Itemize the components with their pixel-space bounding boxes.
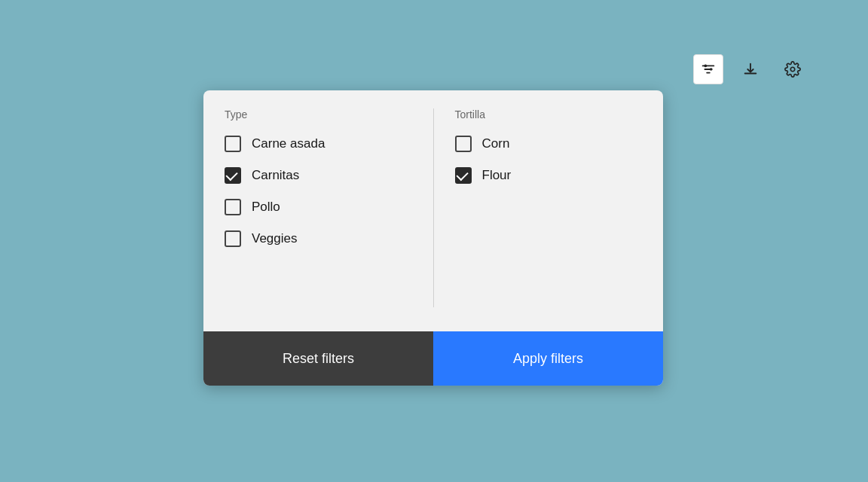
- reset-filters-button[interactable]: Reset filters: [203, 331, 433, 386]
- label-veggies: Veggies: [252, 231, 298, 246]
- tortilla-column-label: Tortilla: [455, 108, 643, 120]
- settings-icon: [784, 61, 801, 78]
- checkbox-flour[interactable]: [455, 167, 472, 184]
- filter-footer: Reset filters Apply filters: [203, 331, 663, 386]
- apply-filters-button[interactable]: Apply filters: [433, 331, 663, 386]
- tortilla-column: Tortilla Corn Flour: [433, 108, 664, 307]
- option-flour[interactable]: Flour: [455, 167, 643, 184]
- filter-panel: Type Carne asada Carnitas Pollo Veggies …: [203, 90, 663, 386]
- label-flour: Flour: [482, 168, 512, 183]
- svg-point-3: [704, 65, 708, 68]
- download-icon-button[interactable]: [735, 54, 766, 84]
- settings-icon-button[interactable]: [778, 54, 808, 84]
- label-corn: Corn: [482, 136, 510, 151]
- option-carnitas[interactable]: Carnitas: [225, 167, 412, 184]
- checkbox-carnitas[interactable]: [225, 167, 241, 184]
- svg-point-5: [790, 67, 795, 72]
- type-column-label: Type: [225, 108, 412, 120]
- option-carne-asada[interactable]: Carne asada: [225, 136, 412, 152]
- filter-icon-button[interactable]: [693, 54, 723, 84]
- option-corn[interactable]: Corn: [455, 136, 643, 152]
- option-pollo[interactable]: Pollo: [225, 199, 412, 215]
- type-column: Type Carne asada Carnitas Pollo Veggies: [203, 108, 433, 307]
- label-carnitas: Carnitas: [252, 168, 299, 183]
- checkbox-veggies[interactable]: [225, 230, 241, 247]
- checkbox-corn[interactable]: [455, 136, 472, 152]
- label-carne-asada: Carne asada: [252, 136, 325, 151]
- filter-icon: [700, 61, 717, 78]
- label-pollo: Pollo: [252, 200, 280, 215]
- checkbox-pollo[interactable]: [225, 199, 241, 215]
- toolbar: [693, 54, 808, 84]
- checkbox-carne-asada[interactable]: [225, 136, 241, 152]
- svg-point-4: [710, 68, 713, 71]
- option-veggies[interactable]: Veggies: [225, 230, 412, 247]
- download-icon: [742, 61, 759, 78]
- filter-body: Type Carne asada Carnitas Pollo Veggies …: [203, 90, 663, 331]
